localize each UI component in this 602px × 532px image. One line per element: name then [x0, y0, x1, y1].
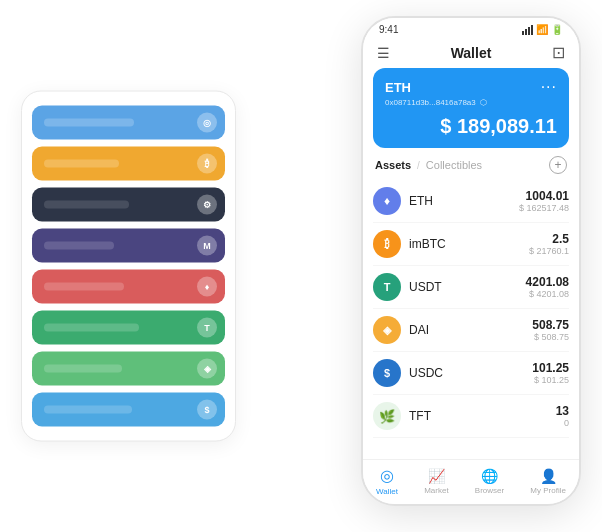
eth-address: 0x08711d3b...8416a78a3 ⬡: [385, 98, 557, 107]
scan-icon[interactable]: ⊡: [552, 43, 565, 62]
nav-label-wallet: Wallet: [376, 487, 398, 496]
eth-card[interactable]: ETH ··· 0x08711d3b...8416a78a3 ⬡ $ 189,0…: [373, 68, 569, 148]
phone: 9:41 📶 🔋 ☰ Wallet ⊡ ETH ···: [361, 16, 581, 506]
asset-name-imbtc: imBTC: [409, 237, 529, 251]
menu-icon[interactable]: ☰: [377, 46, 390, 60]
asset-row-usdc[interactable]: $ USDC 101.25 $ 101.25: [373, 352, 569, 395]
page-title: Wallet: [451, 45, 492, 61]
browser-nav-icon: 🌐: [481, 468, 498, 484]
asset-row-imbtc[interactable]: ₿ imBTC 2.5 $ 21760.1: [373, 223, 569, 266]
status-bar: 9:41 📶 🔋: [363, 18, 579, 39]
card-icon: ♦: [197, 277, 217, 297]
wallet-nav-icon: ◎: [380, 466, 394, 485]
asset-row-eth[interactable]: ♦ ETH 1004.01 $ 162517.48: [373, 180, 569, 223]
eth-card-menu[interactable]: ···: [541, 78, 557, 96]
asset-values-eth: 1004.01 $ 162517.48: [519, 189, 569, 213]
wifi-icon: 📶: [536, 24, 548, 35]
asset-values-usdc: 101.25 $ 101.25: [532, 361, 569, 385]
scene: ◎ ₿ ⚙ M ♦ T ◈ $: [21, 16, 581, 516]
nav-profile[interactable]: 👤 My Profile: [530, 468, 566, 495]
list-item[interactable]: M: [32, 229, 225, 263]
nav-label-profile: My Profile: [530, 486, 566, 495]
asset-row-dai[interactable]: ◈ DAI 508.75 $ 508.75: [373, 309, 569, 352]
asset-name-tft: TFT: [409, 409, 556, 423]
nav-browser[interactable]: 🌐 Browser: [475, 468, 504, 495]
dai-icon: ◈: [373, 316, 401, 344]
phone-header: ☰ Wallet ⊡: [363, 39, 579, 68]
nav-wallet[interactable]: ◎ Wallet: [376, 466, 398, 496]
assets-header: Assets / Collectibles +: [363, 156, 579, 180]
eth-card-header: ETH ···: [385, 78, 557, 96]
eth-icon: ♦: [373, 187, 401, 215]
asset-name-usdc: USDC: [409, 366, 532, 380]
asset-values-tft: 13 0: [556, 404, 569, 428]
tab-collectibles[interactable]: Collectibles: [426, 159, 482, 171]
asset-name-eth: ETH: [409, 194, 519, 208]
asset-row-tft[interactable]: 🌿 TFT 13 0: [373, 395, 569, 438]
bottom-nav: ◎ Wallet 📈 Market 🌐 Browser 👤 My Profile: [363, 459, 579, 504]
list-item[interactable]: ◎: [32, 106, 225, 140]
nav-market[interactable]: 📈 Market: [424, 468, 448, 495]
eth-balance: $ 189,089.11: [385, 115, 557, 138]
list-item[interactable]: ⚙: [32, 188, 225, 222]
battery-icon: 🔋: [551, 24, 563, 35]
tab-assets[interactable]: Assets: [375, 159, 411, 171]
card-icon: $: [197, 400, 217, 420]
asset-list: ♦ ETH 1004.01 $ 162517.48 ₿ imBTC 2.5 $ …: [363, 180, 579, 459]
usdt-icon: T: [373, 273, 401, 301]
list-item[interactable]: ₿: [32, 147, 225, 181]
imbtc-icon: ₿: [373, 230, 401, 258]
card-icon: ◈: [197, 359, 217, 379]
card-icon: ⚙: [197, 195, 217, 215]
asset-values-usdt: 4201.08 $ 4201.08: [526, 275, 569, 299]
card-icon: ₿: [197, 154, 217, 174]
asset-values-imbtc: 2.5 $ 21760.1: [529, 232, 569, 256]
asset-row-usdt[interactable]: T USDT 4201.08 $ 4201.08: [373, 266, 569, 309]
card-icon: M: [197, 236, 217, 256]
list-item[interactable]: $: [32, 393, 225, 427]
assets-tabs: Assets / Collectibles: [375, 159, 482, 171]
profile-nav-icon: 👤: [540, 468, 557, 484]
list-item[interactable]: T: [32, 311, 225, 345]
asset-name-usdt: USDT: [409, 280, 526, 294]
tft-icon: 🌿: [373, 402, 401, 430]
eth-symbol: ETH: [385, 80, 411, 95]
asset-values-dai: 508.75 $ 508.75: [532, 318, 569, 342]
usdc-icon: $: [373, 359, 401, 387]
list-item[interactable]: ◈: [32, 352, 225, 386]
list-item[interactable]: ♦: [32, 270, 225, 304]
status-icons: 📶 🔋: [522, 24, 563, 35]
signal-icon: [522, 25, 533, 35]
market-nav-icon: 📈: [428, 468, 445, 484]
add-asset-button[interactable]: +: [549, 156, 567, 174]
status-time: 9:41: [379, 24, 398, 35]
card-icon: ◎: [197, 113, 217, 133]
card-icon: T: [197, 318, 217, 338]
asset-name-dai: DAI: [409, 323, 532, 337]
card-stack: ◎ ₿ ⚙ M ♦ T ◈ $: [21, 91, 236, 442]
nav-label-market: Market: [424, 486, 448, 495]
nav-label-browser: Browser: [475, 486, 504, 495]
